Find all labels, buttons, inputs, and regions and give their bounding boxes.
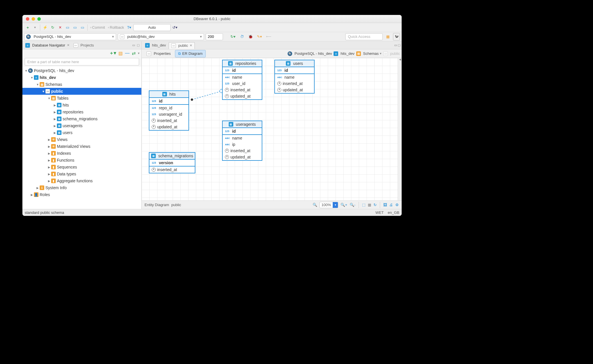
minimize-pane-icon[interactable]: ▭ — [132, 43, 135, 47]
tree-aggregate-functions[interactable]: ▶▮Aggregate functions — [22, 177, 141, 184]
context-toolbar: 🐘 PostgreSQL - hits_dev ▾ ▭ public@hits_… — [22, 32, 402, 41]
crumb-database[interactable]: ≡hits_dev — [334, 51, 354, 56]
er-canvas[interactable]: ▦hits123id123repo_id123useragent_idinser… — [142, 58, 402, 200]
tree-schemas[interactable]: ▼▦Schemas — [22, 81, 141, 88]
crumb-schemas[interactable]: ▦Schemas▾ — [356, 51, 382, 56]
tab-label: Database Navigator — [32, 43, 65, 47]
subtab-er-diagram[interactable]: ⧉ER Diagram — [175, 50, 206, 57]
entity-schema_migrations[interactable]: ▦schema_migrations123versioninserted_at — [149, 152, 195, 173]
schema-dropdown[interactable]: ▭ public@hits_dev ▾ — [118, 33, 204, 40]
print-icon[interactable]: 🖨 — [389, 203, 393, 207]
stop-icon[interactable]: ⏱ — [238, 33, 245, 40]
new-folder-icon[interactable]: ▧ — [118, 51, 123, 56]
quick-access-input[interactable]: Quick Access — [345, 33, 383, 40]
marker-icon[interactable]: ✎▾ — [256, 33, 263, 40]
plug-icon[interactable]: ⚡ — [42, 24, 49, 31]
info-icon: ℹ — [40, 185, 44, 190]
refresh-data-icon[interactable]: ↻▾ — [229, 33, 237, 40]
navigator-tree[interactable]: ▼🐘PostgreSQL - hits_dev ▼≡hits_dev ▼▦Sch… — [22, 67, 141, 209]
row-limit-input[interactable]: 200 — [206, 33, 223, 40]
zoom-out-icon[interactable]: 🔍- — [350, 203, 355, 207]
zoom-in-icon[interactable]: 🔍+ — [340, 203, 347, 207]
editor-tab-hits-dev[interactable]: ≡hits_dev — [143, 42, 168, 49]
tree-sequences[interactable]: ▶▮Sequences — [22, 164, 141, 171]
close-tab-icon[interactable]: ✕ — [67, 43, 70, 47]
rollback-button[interactable]: ▫Rollback — [107, 24, 125, 31]
crumb-connection[interactable]: 🐘PostgreSQL - hits_dev — [288, 51, 332, 56]
commit-button[interactable]: ▫Commit — [89, 24, 106, 31]
tree-datatypes[interactable]: ▶▮Data types — [22, 171, 141, 177]
table-icon: ▦ — [162, 92, 167, 96]
tree-indexes[interactable]: ▶▮Indexes — [22, 150, 141, 157]
view-menu-icon[interactable]: ▾ — [138, 51, 140, 55]
new-connection-dropdown-icon[interactable]: ▾ — [32, 24, 38, 31]
tree-connection[interactable]: ▼🐘PostgreSQL - hits_dev — [22, 67, 141, 74]
folder-icon: ▮ — [51, 151, 56, 156]
subtab-properties[interactable]: ▭Properties — [143, 50, 174, 57]
tab-database-navigator[interactable]: ≡ Database Navigator ✕ — [24, 42, 71, 48]
tree-tables[interactable]: ▼▦Tables — [22, 95, 141, 102]
tree-label: Materialized Views — [57, 144, 90, 149]
connect-icon[interactable]: ＋▾ — [109, 50, 116, 56]
perspective-icon[interactable]: ▦ — [384, 33, 391, 40]
table-icon: ▦ — [57, 110, 61, 114]
entity-users[interactable]: ▦users123idABCnameinserted_atupdated_at — [274, 60, 315, 94]
close-tab-icon[interactable]: ✕ — [190, 44, 192, 47]
main-toolbar: ＋ ▾ ⚡ ↻ ✕ ▭ ▭ ▭ ▫Commit ▫Rollback T▾ Aut… — [22, 23, 402, 32]
connection-dropdown[interactable]: 🐘 PostgreSQL - hits_dev ▾ — [24, 33, 116, 40]
zoom-dropdown[interactable]: 100%▾ — [319, 202, 338, 208]
vertical-scrollbar[interactable]: ◀ — [398, 58, 402, 200]
tree-functions[interactable]: ▶▮Functions — [22, 157, 141, 164]
disconnect-icon[interactable]: ✕ — [57, 24, 63, 31]
tree-database[interactable]: ▼≡hits_dev — [22, 74, 141, 81]
titlebar: DBeaver 6.0.1 - public — [22, 15, 402, 23]
maximize-pane-icon[interactable]: ▢ — [137, 43, 140, 47]
editor-tab-public[interactable]: ▭public✕ — [169, 42, 195, 49]
crumb-schema[interactable]: ▭public — [383, 51, 400, 56]
sql-new-icon[interactable]: ▭ — [79, 24, 86, 31]
tab-projects[interactable]: ▭ Projects — [72, 42, 95, 48]
entity-hits[interactable]: ▦hits123id123repo_id123useragent_idinser… — [149, 90, 189, 131]
projects-icon: ▭ — [74, 43, 78, 48]
tree-label: public — [51, 89, 63, 94]
table-icon: ▦ — [57, 123, 61, 128]
refresh-diagram-icon[interactable]: ↻ — [373, 203, 377, 207]
tree-table[interactable]: ▶▦users — [22, 129, 141, 136]
sql-editor-icon[interactable]: ▭ — [64, 24, 71, 31]
export-image-icon[interactable]: 🖼 — [383, 203, 387, 207]
settings-icon[interactable]: ⚙ — [395, 203, 399, 207]
search-icon[interactable]: 🔍 — [313, 203, 317, 207]
statusbar: standard public schema WET en_GB — [22, 209, 402, 216]
tree-table[interactable]: ▶▦schema_migrations — [22, 115, 141, 122]
layout-icon[interactable]: ⬚ — [362, 203, 365, 207]
tree-table[interactable]: ▶▦hits — [22, 102, 141, 109]
tree-views[interactable]: ▶👁Views — [22, 136, 141, 143]
tree-table[interactable]: ▶▦useragents — [22, 122, 141, 129]
debug-icon[interactable]: 🐞 — [247, 33, 254, 40]
grid-icon[interactable]: ▦ — [368, 203, 371, 207]
maximize-icon[interactable]: ▢ — [398, 43, 401, 47]
refresh-icon[interactable]: ↻ — [49, 24, 56, 31]
er-diagram-icon: ⧉ — [178, 51, 181, 56]
transaction-mode-icon[interactable]: T▾ — [126, 24, 133, 31]
sql-recent-icon[interactable]: ▭ — [72, 24, 78, 31]
history-icon[interactable]: ↺▾ — [171, 24, 179, 31]
minimize-icon[interactable]: ▭ — [394, 43, 397, 47]
entity-useragents[interactable]: ▦useragents123idABCnameABCipinserted_atu… — [222, 121, 262, 161]
new-connection-icon[interactable]: ＋ — [24, 24, 31, 31]
chevron-down-icon[interactable]: ▾ — [333, 202, 338, 208]
entity-repositories[interactable]: ▦repositories123idABCname123user_idinser… — [222, 60, 262, 100]
tree-system-info[interactable]: ▶ℹSystem Info — [22, 184, 141, 191]
back-icon[interactable]: ⟵ — [265, 33, 273, 40]
tree-label: Views — [57, 137, 68, 142]
collapse-icon[interactable]: — — [125, 51, 130, 56]
tree-mviews[interactable]: ▶👁Materialized Views — [22, 143, 141, 150]
tree-roles[interactable]: ▶👤Roles — [22, 191, 141, 198]
tree-table[interactable]: ▶▦repositories — [22, 109, 141, 115]
tree-filter-input[interactable]: Enter a part of table name here — [25, 58, 139, 65]
isolation-dropdown[interactable]: Auto — [133, 24, 171, 31]
link-editor-icon[interactable]: ⇄ — [132, 51, 136, 56]
dbeaver-logo-icon[interactable]: 🐿 — [393, 33, 400, 40]
tree-schema-public[interactable]: ▼▭public — [22, 88, 141, 95]
table-icon: ▦ — [57, 117, 61, 121]
